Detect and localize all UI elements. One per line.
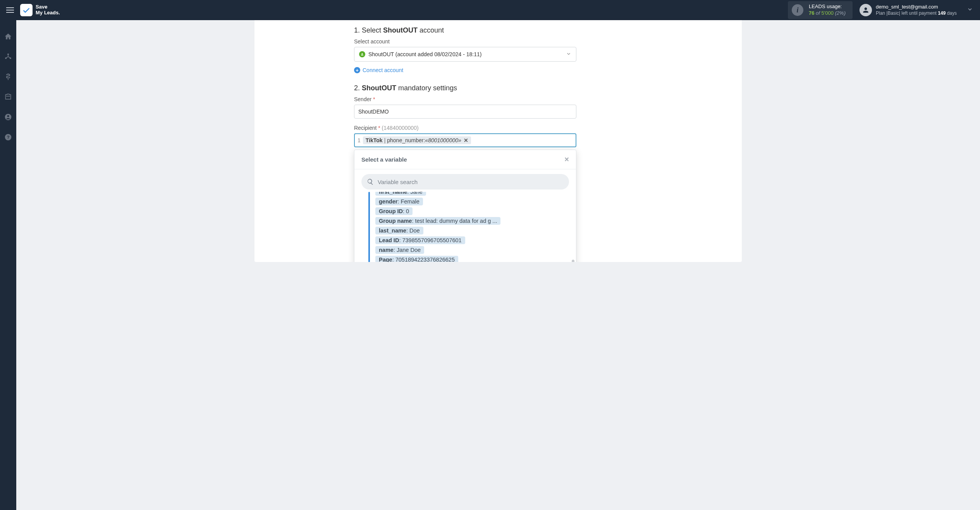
account-select-value: ShoutOUT (account added 08/02/2024 - 18:… [368,51,481,57]
variable-option[interactable]: name: Jane Doe [375,246,424,254]
sidebar-home[interactable] [3,31,14,42]
connect-account-label: Connect account [363,67,403,73]
menu-toggle-button[interactable] [5,5,15,16]
sidebar-account[interactable] [3,112,14,122]
select-account-label: Select account [354,38,576,45]
sidebar: ? [0,20,16,262]
variable-option[interactable]: Page: 7051894223376826625 [375,256,458,262]
logo-text: SaveMy Leads. [36,4,60,16]
variable-search-input[interactable] [378,179,564,185]
account-status-icon [359,51,365,57]
sidebar-connections[interactable] [3,51,14,62]
leads-usage-panel: i LEADS usage: 76 of 5'000 (2%) [788,1,853,19]
main-content: 1. Select ShoutOUT account Select accoun… [16,20,980,262]
line-number: 1 [358,137,361,143]
connect-account-link[interactable]: + Connect account [354,67,576,73]
svg-text:?: ? [7,134,9,140]
dropdown-scrollbar[interactable] [572,260,574,262]
variable-option[interactable]: Group ID: 0 [375,207,413,215]
avatar-icon [860,4,872,16]
sender-label: Sender * [354,96,576,102]
section2-title: 2. ShoutOUT mandatory settings [354,84,576,92]
sidebar-briefcase[interactable] [3,91,14,102]
variable-search-box[interactable] [361,174,569,190]
recipient-label: Recipient * (14840000000) [354,125,576,131]
sender-input[interactable] [354,105,576,119]
sidebar-billing[interactable] [3,71,14,82]
variable-dropdown: Select a variable × first_name: Jane gen… [354,150,576,262]
dropdown-title: Select a variable [361,156,407,163]
app-header: SaveMy Leads. i LEADS usage: 76 of 5'000… [0,0,980,20]
recipient-input[interactable]: 1 TikTok|phone_number: «8001000000» ✕ [354,133,576,147]
settings-card: 1. Select ShoutOUT account Select accoun… [254,20,742,262]
variable-option[interactable]: first_name: Jane [375,192,426,196]
info-icon: i [792,4,803,16]
account-select[interactable]: ShoutOUT (account added 08/02/2024 - 18:… [354,47,576,62]
user-menu[interactable]: demo_sml_test@gmail.com Plan |Basic| lef… [860,4,957,16]
group-indicator-bar [368,192,370,262]
user-plan: Plan |Basic| left until payment 149 days [876,10,957,17]
variable-option[interactable]: Group name: test lead: dummy data for ad… [375,217,500,225]
logo[interactable]: SaveMy Leads. [20,4,60,16]
user-email: demo_sml_test@gmail.com [876,4,957,10]
svg-point-4 [7,115,9,117]
logo-icon [20,4,33,16]
remove-tag-button[interactable]: ✕ [464,137,468,143]
variable-list: first_name: Jane gender: Female Group ID… [371,192,571,262]
plus-circle-icon: + [354,67,360,73]
variable-option[interactable]: Lead ID: 7398557096705507601 [375,236,465,244]
recipient-variable-tag: TikTok|phone_number: «8001000000» ✕ [363,136,471,144]
usage-values: 76 of 5'000 (2%) [809,10,846,17]
chevron-down-icon [566,51,571,58]
sidebar-help[interactable]: ? [3,132,14,143]
svg-point-0 [7,53,9,55]
variable-option[interactable]: gender: Female [375,198,423,205]
search-icon [367,178,374,185]
section1-title: 1. Select ShoutOUT account [354,26,576,34]
dropdown-close-button[interactable]: × [564,155,569,164]
variable-option[interactable]: last_name: Doe [375,227,423,234]
header-chevron-down-icon[interactable] [965,4,975,16]
usage-label: LEADS usage: [809,3,846,10]
